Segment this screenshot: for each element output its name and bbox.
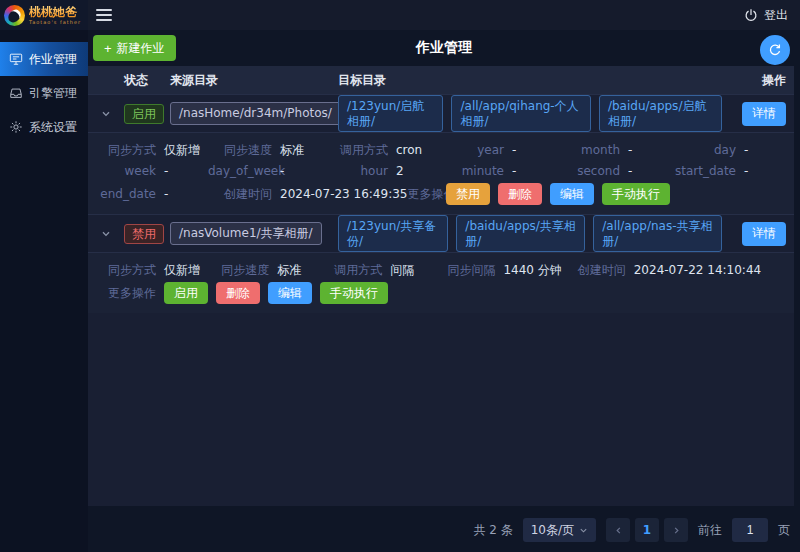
detail-button[interactable]: 详情 xyxy=(742,102,786,126)
detail-label: month xyxy=(556,143,620,157)
row-detail-panel: 同步方式仅新增 同步速度标准 调用方式cron year- month- day… xyxy=(88,132,794,214)
detail-label: end_date xyxy=(92,187,156,201)
target-dir-tag: /123yun/启航相册/ xyxy=(338,95,443,132)
detail-value: - xyxy=(164,164,168,178)
detail-label: 创建时间 xyxy=(208,186,272,203)
status-badge: 启用 xyxy=(124,104,164,124)
edit-button[interactable]: 编辑 xyxy=(550,183,594,205)
detail-value: 仅新增 xyxy=(164,262,200,279)
page-size-value: 10条/页 xyxy=(531,522,574,539)
detail-label: 调用方式 xyxy=(318,262,382,279)
detail-label: 同步方式 xyxy=(92,142,156,159)
detail-value: 标准 xyxy=(277,262,301,279)
detail-label: year xyxy=(440,143,504,157)
page-size-select[interactable]: 10条/页 xyxy=(523,518,596,542)
logout-label: 登出 xyxy=(764,7,788,24)
plus-icon: + xyxy=(104,42,112,55)
detail-value: 间隔 xyxy=(390,262,414,279)
refresh-icon xyxy=(768,43,782,57)
target-dir-tag: /all/app/nas-共享相册/ xyxy=(593,215,722,252)
logout-button[interactable]: 登出 xyxy=(744,7,788,24)
delete-button[interactable]: 删除 xyxy=(216,282,260,304)
column-actions: 操作 xyxy=(730,72,794,89)
detail-value: 2024-07-23 16:49:35 xyxy=(280,187,407,201)
goto-page-input[interactable] xyxy=(732,518,768,542)
sidebar-item-system-settings[interactable]: 系统设置 xyxy=(0,110,88,144)
next-page-button[interactable] xyxy=(664,518,688,542)
sidebar-item-label: 引擎管理 xyxy=(29,85,77,102)
content-header: + 新建作业 作业管理 xyxy=(88,30,800,66)
detail-label: week xyxy=(92,164,156,178)
jobs-table: 状态 来源目录 目标目录 操作 启用 /nasHome/dr34m/Photos… xyxy=(88,66,794,506)
brand-logo-icon xyxy=(4,5,25,26)
pagination: 共 2 条 10条/页 1 前往 页 xyxy=(473,518,790,542)
detail-label: day xyxy=(672,143,736,157)
page-unit-label: 页 xyxy=(778,522,790,539)
detail-value: - xyxy=(744,164,748,178)
collapse-menu-icon[interactable] xyxy=(96,9,112,21)
detail-value: - xyxy=(628,143,632,157)
detail-value: - xyxy=(628,164,632,178)
enable-button[interactable]: 启用 xyxy=(164,282,208,304)
brand-title: 桃桃她爸 xyxy=(29,6,81,18)
detail-value: 标准 xyxy=(280,142,304,159)
sidebar-item-label: 作业管理 xyxy=(29,51,77,68)
detail-value: 1440 分钟 xyxy=(503,262,561,279)
manual-run-button[interactable]: 手动执行 xyxy=(602,183,670,205)
manual-run-button[interactable]: 手动执行 xyxy=(320,282,388,304)
main-content: + 新建作业 作业管理 状态 来源目录 目标目录 操作 启用 /n xyxy=(88,30,800,552)
detail-value: - xyxy=(512,143,516,157)
detail-label: 更多操作 xyxy=(92,285,156,302)
chevron-down-icon[interactable] xyxy=(101,229,111,239)
column-status: 状态 xyxy=(124,72,170,89)
disable-button[interactable]: 禁用 xyxy=(446,183,490,205)
topbar: 登出 xyxy=(88,0,800,30)
page-title: 作业管理 xyxy=(88,30,800,66)
sidebar-menu: 作业管理 引擎管理 系统设置 xyxy=(0,30,88,144)
detail-label: day_of_week xyxy=(208,164,272,178)
source-dir-tag: /nasHome/dr34m/Photos/ xyxy=(170,102,341,124)
chevron-down-icon[interactable] xyxy=(101,109,111,119)
monitor-icon xyxy=(9,52,23,66)
detail-label: 同步速度 xyxy=(208,142,272,159)
goto-label: 前往 xyxy=(698,522,722,539)
detail-value: - xyxy=(164,187,168,201)
new-job-button[interactable]: + 新建作业 xyxy=(93,35,176,61)
refresh-button[interactable] xyxy=(760,35,790,65)
detail-label: 同步间隔 xyxy=(431,262,495,279)
column-target: 目标目录 xyxy=(338,72,730,89)
sidebar-item-label: 系统设置 xyxy=(29,119,77,136)
detail-label: minute xyxy=(440,164,504,178)
detail-label: 调用方式 xyxy=(324,142,388,159)
table-header-row: 状态 来源目录 目标目录 操作 xyxy=(88,66,794,94)
detail-label: start_date xyxy=(672,164,736,178)
power-icon xyxy=(744,8,758,22)
detail-value: cron xyxy=(396,143,422,157)
detail-value: 2 xyxy=(396,164,404,178)
sidebar-item-engine-management[interactable]: 引擎管理 xyxy=(0,76,88,110)
brand: 桃桃她爸 Taotao's father xyxy=(0,0,88,30)
detail-label: second xyxy=(556,164,620,178)
detail-label: 同步速度 xyxy=(205,262,269,279)
detail-button[interactable]: 详情 xyxy=(742,222,786,246)
detail-value: - xyxy=(280,164,284,178)
gear-icon xyxy=(9,120,23,134)
sidebar: 桃桃她爸 Taotao's father 作业管理 引擎管理 系统设置 xyxy=(0,0,88,552)
source-dir-tag: /nasVolume1/共享相册/ xyxy=(170,222,322,244)
sidebar-item-job-management[interactable]: 作业管理 xyxy=(0,42,88,76)
inbox-icon xyxy=(9,86,23,100)
detail-label: 同步方式 xyxy=(92,262,156,279)
status-badge: 禁用 xyxy=(124,224,164,244)
prev-page-button[interactable] xyxy=(606,518,630,542)
row-detail-panel: 同步方式仅新增 同步速度标准 调用方式间隔 同步间隔1440 分钟 创建时间20… xyxy=(88,252,794,313)
detail-value: - xyxy=(744,143,748,157)
delete-button[interactable]: 删除 xyxy=(498,183,542,205)
detail-value: 仅新增 xyxy=(164,142,200,159)
target-dir-tag: /all/app/qihang-个人相册/ xyxy=(451,95,590,132)
table-row: 禁用 /nasVolume1/共享相册/ /123yun/共享备份/ /baid… xyxy=(88,214,794,252)
edit-button[interactable]: 编辑 xyxy=(268,282,312,304)
detail-value: - xyxy=(512,164,516,178)
page-number[interactable]: 1 xyxy=(635,518,659,542)
column-source: 来源目录 xyxy=(170,72,338,89)
detail-value: 2024-07-22 14:10:44 xyxy=(634,263,761,277)
